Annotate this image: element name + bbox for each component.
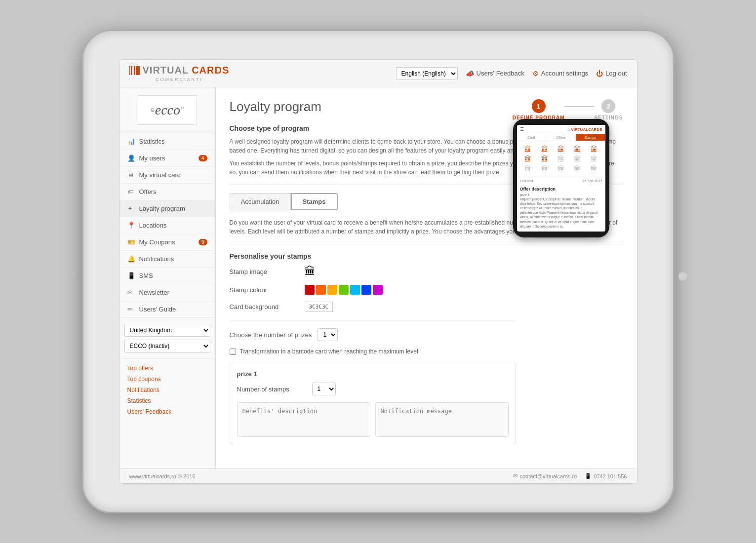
phone-tab-stamps: Stamps [576, 134, 605, 141]
phone-info-row: Last visit 24 Sep 2013 [517, 177, 605, 185]
phone-tab-offers: Offers [546, 134, 576, 141]
sidebar-item-newsletter[interactable]: ✉ Newsletter [119, 284, 215, 301]
footer-email: ✉ contact@virtualcards.ro [513, 473, 577, 479]
loyalty-icon: ✦ [127, 205, 135, 212]
barcode-checkbox[interactable] [230, 349, 236, 355]
stamp-image-label: Stamp image [230, 268, 299, 275]
stamp-colour-row: Stamp colour [230, 285, 516, 295]
card-background-value[interactable]: 3C3C3C [305, 302, 333, 312]
logo: VIRTUALCARDS COMERCIANTI [129, 65, 230, 82]
my-coupons-badge: 9 [199, 239, 207, 245]
megaphone-icon: 📣 [466, 70, 474, 78]
newsletter-icon: ✉ [127, 289, 135, 296]
prizes-label: Choose the number of prizes [230, 331, 312, 339]
gear-icon: ⚙ [532, 70, 539, 78]
offers-icon: 🏷 [127, 188, 135, 195]
card-icon: 🖥 [127, 171, 135, 179]
logout-icon: ⏻ [596, 70, 603, 78]
sidebar-item-loyalty-program[interactable]: ✦ Loyalty program [119, 200, 215, 217]
stamps-tab[interactable]: Stamps [291, 193, 338, 210]
sidebar-item-virtual-card[interactable]: 🖥 My virtual card [119, 167, 215, 184]
prizes-row: Choose the number of prizes 123 [230, 328, 516, 341]
prize-title: prize 1 [237, 370, 509, 378]
brand-logo-box: ⚙ ecco ° [138, 95, 197, 125]
phone-logo: ⌂ VIRTUALCARDS [567, 127, 602, 132]
step-1-circle: 1 [532, 99, 546, 113]
stamps-count-row: Number of stamps 12510 [237, 383, 509, 395]
prizes-select[interactable]: 123 [318, 328, 338, 341]
last-visit-date: 24 Sep 2013 [583, 179, 602, 183]
sidebar: ⚙ ecco ° 📊 Statistics 👤 My users 4 🖥 [119, 87, 216, 468]
logout-button[interactable]: ⏻ Log out [596, 70, 627, 78]
my-users-badge: 4 [199, 155, 207, 161]
sidebar-item-users-guide[interactable]: ✏ Users' Guide [119, 301, 215, 318]
country-select[interactable]: United Kingdom [124, 324, 210, 337]
phone-icon: 📱 [585, 473, 592, 479]
phone-offer-text: prize 1Aliquam justo elit, suscipit ac o… [517, 193, 605, 232]
sidebar-item-notifications[interactable]: 🔔 Notifications [119, 251, 215, 268]
footer-phone: 📱 0742 101 556 [585, 473, 627, 479]
language-select[interactable]: English (English) [396, 67, 458, 80]
footer: www.virtualcards.ro © 2016 ✉ contact@vir… [119, 468, 637, 483]
stamps-grid: 🏛 🏛 🏛 🏛 🏛 🏛 🏛 🏛 [517, 141, 605, 177]
notification-message[interactable] [375, 402, 509, 437]
notifications-link[interactable]: Notifications [127, 386, 207, 394]
top-offers-link[interactable]: Top offers [127, 364, 207, 373]
color-orange[interactable] [316, 285, 326, 295]
bar-chart-icon: 📊 [127, 138, 135, 145]
color-green[interactable] [339, 285, 349, 295]
account-settings-button[interactable]: ⚙ Account settings [532, 70, 588, 78]
email-icon: ✉ [513, 473, 517, 479]
sidebar-item-offers[interactable]: 🏷 Offers [119, 184, 215, 200]
last-visit-label: Last visit [520, 179, 533, 183]
sidebar-item-my-coupons[interactable]: 🎫 My Coupons 9 [119, 234, 215, 251]
step-2-circle: 2 [601, 99, 615, 113]
benefits-description[interactable] [237, 402, 370, 437]
bell-icon: 🔔 [127, 255, 135, 263]
footer-copyright: www.virtualcards.ro © 2016 [129, 473, 196, 479]
brand-logo-text: ecco [155, 102, 180, 118]
phone-mockup: ☰ ⌂ VIRTUALCARDS Card Offers Stamps [513, 119, 609, 237]
phone-tab-card: Card [517, 134, 547, 141]
sms-icon: 📱 [127, 272, 135, 279]
color-swatches [305, 285, 383, 295]
location-icon: 📍 [127, 222, 135, 229]
stamps-count-label: Number of stamps [237, 386, 306, 393]
prize-box: prize 1 Number of stamps 12510 [230, 363, 516, 444]
sidebar-item-my-users[interactable]: 👤 My users 4 [119, 150, 215, 167]
user-icon: 👤 [127, 155, 135, 162]
users-feedback-button[interactable]: 📣 Users' Feedback [466, 70, 524, 78]
sidebar-item-locations[interactable]: 📍 Locations [119, 217, 215, 234]
color-yellow[interactable] [327, 285, 337, 295]
color-red[interactable] [305, 285, 315, 295]
step-connector [564, 106, 594, 107]
accumulation-tab[interactable]: Accumulation [230, 193, 291, 210]
personalise-title: Personalise your stamps [230, 252, 623, 260]
statistics-link[interactable]: Statistics [127, 396, 207, 405]
barcode-icon [129, 66, 140, 75]
sidebar-item-statistics[interactable]: 📊 Statistics [119, 133, 215, 150]
checkbox-label: Transformation in a barcode card when re… [240, 348, 418, 355]
stamp-image-row: Stamp image 🏛 [230, 265, 516, 278]
stamp-colour-label: Stamp colour [230, 286, 299, 294]
sidebar-item-sms[interactable]: 📱 SMS [119, 268, 215, 284]
brand-logo-area: ⚙ ecco ° [119, 87, 215, 133]
color-cyan[interactable] [350, 285, 360, 295]
textarea-row [237, 402, 509, 437]
content-area: Loyalty program 1 DEFINE PROGRAM [216, 87, 637, 468]
phone-hamburger-icon: ☰ [520, 127, 524, 132]
color-magenta[interactable] [373, 285, 383, 295]
top-coupons-link[interactable]: Top coupons [127, 375, 207, 384]
coupon-icon: 🎫 [127, 238, 135, 246]
stamps-count-select[interactable]: 12510 [312, 383, 336, 395]
page-title: Loyalty program [230, 99, 321, 115]
color-blue[interactable] [361, 285, 371, 295]
account-select[interactable]: ECCO (Inactiv) [124, 340, 210, 352]
card-background-label: Card background [230, 303, 299, 310]
guide-icon: ✏ [127, 306, 135, 313]
step-2: 2 SETTINGS [594, 99, 623, 120]
phone-offer-title: Offer description [517, 185, 605, 193]
users-feedback-link[interactable]: Users' Feedback [127, 407, 207, 416]
card-background-row: Card background 3C3C3C [230, 302, 516, 312]
checkbox-row: Transformation in a barcode card when re… [230, 348, 516, 355]
